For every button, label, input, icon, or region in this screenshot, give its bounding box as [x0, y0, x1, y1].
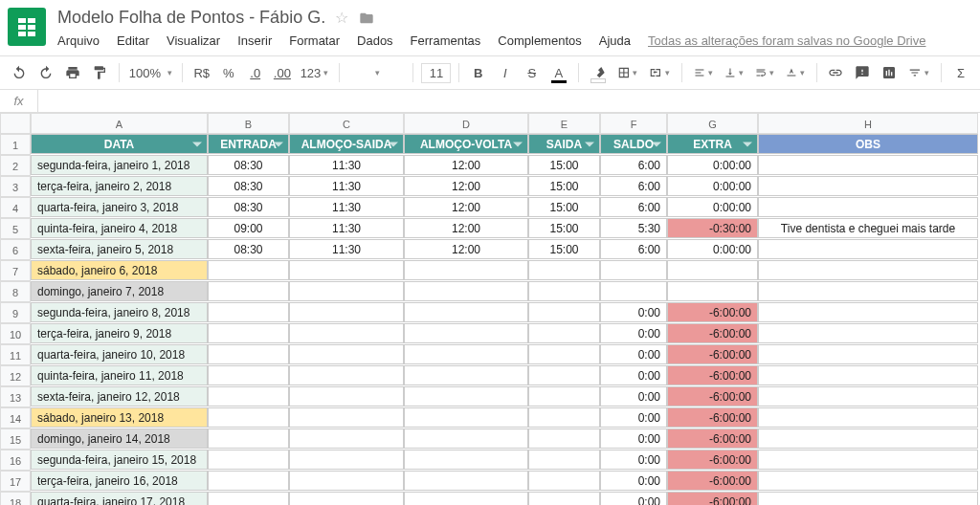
- cell[interactable]: [758, 239, 978, 259]
- menu-formatar[interactable]: Formatar: [289, 33, 340, 48]
- cell[interactable]: terça-feira, janeiro 9, 2018: [31, 323, 208, 343]
- cell[interactable]: [289, 281, 404, 301]
- cell[interactable]: quinta-feira, janeiro 4, 2018: [31, 218, 208, 238]
- insert-chart-button[interactable]: [878, 60, 901, 85]
- cell[interactable]: -6:00:00: [667, 471, 758, 491]
- redo-button[interactable]: [34, 60, 57, 85]
- cell[interactable]: 08:30: [208, 239, 289, 259]
- cell[interactable]: [404, 302, 528, 322]
- insert-link-button[interactable]: [824, 60, 847, 85]
- cell[interactable]: [758, 386, 978, 406]
- row-header[interactable]: 2: [0, 155, 31, 176]
- cell[interactable]: [208, 260, 289, 280]
- col-header-g[interactable]: G: [667, 113, 758, 134]
- cell[interactable]: [600, 260, 667, 280]
- cell[interactable]: [528, 386, 600, 406]
- col-header-c[interactable]: C: [289, 113, 404, 134]
- cell[interactable]: 0:00: [600, 302, 667, 322]
- cell[interactable]: [208, 407, 289, 428]
- cell[interactable]: [404, 344, 528, 364]
- cell[interactable]: [528, 450, 600, 470]
- cell[interactable]: -6:00:00: [667, 344, 758, 364]
- cell[interactable]: 0:00: [600, 323, 667, 343]
- cell[interactable]: quarta-feira, janeiro 10, 2018: [31, 344, 208, 364]
- menu-ajuda[interactable]: Ajuda: [599, 33, 631, 48]
- cell[interactable]: 0:00:00: [667, 155, 758, 175]
- cell[interactable]: [758, 344, 978, 364]
- font-family-select[interactable]: [347, 60, 405, 85]
- merge-cells-button[interactable]: [645, 60, 674, 85]
- cell[interactable]: -6:00:00: [667, 428, 758, 449]
- undo-button[interactable]: [8, 60, 31, 85]
- cell[interactable]: 5:30: [600, 218, 667, 238]
- cell[interactable]: [208, 386, 289, 406]
- cell[interactable]: 08:30: [208, 176, 289, 196]
- cell[interactable]: [758, 281, 978, 301]
- cell[interactable]: -6:00:00: [667, 365, 758, 385]
- cell[interactable]: 0:00:00: [667, 197, 758, 217]
- cell[interactable]: 15:00: [528, 218, 600, 238]
- folder-icon[interactable]: [358, 11, 375, 26]
- cell[interactable]: [404, 407, 528, 428]
- cell[interactable]: 0:00: [600, 450, 667, 470]
- cell[interactable]: [404, 323, 528, 343]
- filter-icon[interactable]: [513, 142, 523, 146]
- cell[interactable]: [404, 365, 528, 385]
- cell[interactable]: [528, 302, 600, 322]
- cell[interactable]: [404, 492, 528, 505]
- cell[interactable]: [528, 344, 600, 364]
- row-header[interactable]: 12: [0, 365, 31, 386]
- cell[interactable]: [758, 155, 978, 175]
- cell[interactable]: 0:00: [600, 492, 667, 505]
- cell[interactable]: [208, 365, 289, 385]
- star-icon[interactable]: ☆: [335, 9, 348, 27]
- cell[interactable]: [758, 197, 978, 217]
- select-all-corner[interactable]: [0, 113, 31, 134]
- cell[interactable]: [600, 281, 667, 301]
- italic-button[interactable]: I: [494, 60, 517, 85]
- cell[interactable]: domingo, janeiro 14, 2018: [31, 428, 208, 449]
- cell[interactable]: [528, 492, 600, 505]
- save-status[interactable]: Todas as alterações foram salvas no Goog…: [648, 33, 925, 48]
- row-header[interactable]: 17: [0, 471, 31, 492]
- cell[interactable]: quarta-feira, janeiro 3, 2018: [31, 197, 208, 217]
- functions-button[interactable]: Σ: [949, 60, 972, 85]
- cell[interactable]: [758, 302, 978, 322]
- cell[interactable]: sexta-feira, janeiro 5, 2018: [31, 239, 208, 259]
- row-header[interactable]: 7: [0, 260, 31, 281]
- cell[interactable]: [289, 492, 404, 505]
- col-header-d[interactable]: D: [404, 113, 528, 134]
- horizontal-align-button[interactable]: [690, 60, 717, 85]
- menu-inserir[interactable]: Inserir: [237, 33, 272, 48]
- cell[interactable]: [208, 281, 289, 301]
- document-title[interactable]: Modelo Folha de Pontos - Fábio G.: [57, 8, 325, 28]
- formula-input[interactable]: [38, 94, 980, 108]
- cell[interactable]: terça-feira, janeiro 16, 2018: [31, 471, 208, 491]
- filter-icon[interactable]: [389, 142, 398, 146]
- row-header[interactable]: 15: [0, 428, 31, 450]
- cell[interactable]: sábado, janeiro 13, 2018: [31, 407, 208, 428]
- cell[interactable]: [404, 471, 528, 491]
- cell[interactable]: [404, 450, 528, 470]
- cell[interactable]: [289, 302, 404, 322]
- cell[interactable]: [208, 302, 289, 322]
- cell[interactable]: terça-feira, janeiro 2, 2018: [31, 176, 208, 196]
- cell[interactable]: [404, 428, 528, 449]
- cell[interactable]: segunda-feira, janeiro 8, 2018: [31, 302, 208, 322]
- number-format-select[interactable]: 123: [298, 60, 331, 85]
- cell[interactable]: 0:00: [600, 407, 667, 428]
- font-size-input[interactable]: 11: [421, 63, 451, 83]
- cell[interactable]: -6:00:00: [667, 450, 758, 470]
- cell[interactable]: [667, 260, 758, 280]
- cell[interactable]: segunda-feira, janeiro 15, 2018: [31, 450, 208, 470]
- header-cell-entrada[interactable]: ENTRADA: [208, 134, 289, 154]
- cell[interactable]: [758, 492, 978, 505]
- print-button[interactable]: [61, 60, 84, 85]
- cell[interactable]: 11:30: [289, 155, 404, 175]
- cell[interactable]: 15:00: [528, 197, 600, 217]
- cell[interactable]: [758, 176, 978, 196]
- header-cell-almoco-volta[interactable]: ALMOÇO-VOLTA: [404, 134, 528, 154]
- row-header[interactable]: 13: [0, 386, 31, 407]
- cell[interactable]: [289, 323, 404, 343]
- zoom-select[interactable]: 100%: [127, 60, 174, 85]
